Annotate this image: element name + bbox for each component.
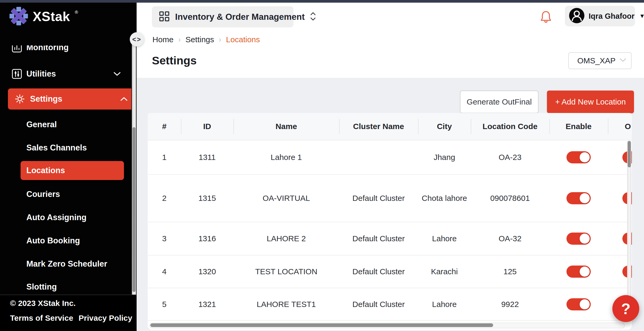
sidebar-item-couriers[interactable]: Couriers (26, 187, 60, 202)
column-header-clipped[interactable]: O (608, 113, 632, 140)
enable-toggle-on[interactable] (566, 151, 591, 163)
chevron-down-icon (619, 58, 626, 63)
cell-num: 3 (148, 222, 181, 255)
cell-num: 4 (148, 256, 181, 288)
cell-city: Lahore (418, 288, 471, 320)
app-switcher-label: Inventory & Order Management (175, 12, 305, 22)
sidebar-item-label: Monitoring (26, 45, 69, 52)
table-vertical-scrollbar-thumb[interactable] (628, 141, 631, 167)
table-row[interactable]: 2 1315 OA-VIRTUAL Default Cluster Chota … (148, 175, 632, 222)
cell-city: Lahore (418, 222, 471, 255)
app-window: XStak ® Monitoring Uti (0, 0, 644, 331)
sidebar: XStak ® Monitoring Uti (0, 3, 137, 331)
breadcrumb-home[interactable]: Home (152, 35, 174, 44)
column-header-num[interactable]: # (148, 113, 181, 140)
sidebar-item-monitoring[interactable]: Monitoring (0, 45, 131, 55)
caret-down-icon: ▼ (639, 13, 644, 20)
top-header-bar: Inventory & Order Management (137, 3, 644, 31)
sidebar-item-sales-channels[interactable]: Sales Channels (26, 140, 87, 155)
table-row[interactable]: 1 1311 Lahore 1 Jhang OA-23 (148, 140, 632, 175)
brand-registered-mark: ® (75, 10, 78, 15)
utilities-icon (12, 69, 22, 79)
cell-location-code: 9922 (471, 288, 549, 320)
avatar (569, 8, 584, 24)
cell-num: 1 (148, 140, 181, 174)
cell-num: 5 (148, 288, 181, 320)
table-row[interactable]: 5 1321 LAHORE TEST1 Default Cluster Laho… (148, 288, 632, 321)
user-menu[interactable]: Iqra Ghafoor ▼ (565, 6, 635, 26)
cell-cluster: Default Cluster (339, 256, 418, 288)
enable-toggle-on[interactable] (566, 266, 591, 278)
sidebar-item-label: Settings (30, 94, 62, 104)
cell-cluster (339, 140, 418, 174)
cell-city: Karachi (418, 256, 471, 288)
sidebar-item-auto-assigning[interactable]: Auto Assigning (26, 210, 86, 225)
sidebar-item-locations-active[interactable]: Locations (21, 161, 124, 180)
cell-name: OA-VIRTUAL (233, 175, 339, 222)
cell-id: 1316 (181, 222, 233, 255)
cell-enable (549, 175, 608, 222)
privacy-policy-link[interactable]: Privacy Policy (79, 314, 132, 323)
column-header-cluster[interactable]: Cluster Name (339, 113, 418, 140)
monitoring-icon (12, 45, 22, 53)
enable-toggle-on[interactable] (566, 233, 591, 245)
gear-icon (15, 94, 25, 104)
environment-select-value: OMS_XAP (577, 56, 616, 65)
bell-icon (540, 10, 552, 25)
breadcrumb-locations-current: Locations (226, 35, 260, 44)
generate-outfinal-button[interactable]: Generate OutFinal (460, 91, 539, 113)
cell-location-code: 090078601 (471, 175, 549, 222)
sidebar-item-auto-booking[interactable]: Auto Booking (26, 233, 80, 248)
cell-enable (549, 222, 608, 255)
copyright-text: © 2023 XStak Inc. (10, 299, 76, 308)
column-header-city[interactable]: City (418, 113, 471, 140)
cell-name: LAHORE TEST1 (233, 288, 339, 320)
table-row[interactable]: 4 1320 TEST LOCATION Default Cluster Kar… (148, 256, 632, 288)
app-switcher[interactable]: Inventory & Order Management (152, 6, 294, 27)
user-name: Iqra Ghafoor (589, 12, 635, 21)
sidebar-item-slotting[interactable]: Slotting (26, 280, 57, 292)
cell-enable (549, 256, 608, 288)
xstak-pinwheel-icon (9, 6, 28, 27)
sidebar-collapse-button[interactable]: <> (130, 32, 144, 46)
enable-toggle-on[interactable] (566, 298, 591, 310)
cell-name: LAHORE 2 (233, 222, 339, 255)
terms-of-service-link[interactable]: Terms of Service (10, 314, 73, 323)
cell-enable (549, 140, 608, 174)
page-title-row: Settings OMS_XAP (137, 49, 644, 78)
table-row[interactable]: 3 1316 LAHORE 2 Default Cluster Lahore O… (148, 222, 632, 256)
column-header-name[interactable]: Name (233, 113, 339, 140)
breadcrumb-separator-icon: › (178, 35, 181, 44)
breadcrumb: Home › Settings › Locations (137, 30, 644, 49)
cell-city: Chota lahore (418, 175, 471, 222)
column-header-enable[interactable]: Enable (549, 113, 608, 140)
sidebar-item-general[interactable]: General (26, 117, 57, 132)
sidebar-scrollbar-thumb[interactable] (132, 127, 136, 292)
brand-logo[interactable]: XStak ® (9, 6, 78, 27)
table-horizontal-scrollbar-track[interactable] (149, 323, 625, 328)
column-header-id[interactable]: ID (181, 113, 233, 140)
enable-toggle-on[interactable] (566, 192, 591, 204)
cell-cluster: Default Cluster (339, 288, 418, 320)
table-header-row: # ID Name Cluster Name City Location Cod… (148, 113, 632, 140)
help-fab-button[interactable]: ? (612, 295, 639, 322)
sidebar-item-mark-zero-scheduler[interactable]: Mark Zero Scheduler (26, 257, 107, 271)
table-vertical-scrollbar-track[interactable] (627, 140, 631, 320)
sidebar-item-settings-active[interactable]: Settings (8, 88, 131, 110)
breadcrumb-separator-icon: › (219, 35, 221, 44)
sidebar-scrollbar-track[interactable] (132, 40, 136, 300)
add-new-location-button[interactable]: + Add New Location (547, 91, 634, 113)
cell-name: TEST LOCATION (233, 256, 339, 288)
collapse-sidebar-icon: <> (132, 36, 141, 43)
environment-select[interactable]: OMS_XAP (568, 52, 632, 69)
grid-icon (159, 11, 170, 23)
sidebar-footer: © 2023 XStak Inc. Terms of Service Priva… (0, 295, 137, 331)
sidebar-item-utilities[interactable]: Utilities (0, 67, 131, 81)
table-horizontal-scrollbar-thumb[interactable] (150, 323, 493, 327)
breadcrumb-settings[interactable]: Settings (185, 35, 214, 44)
cell-location-code: 125 (471, 256, 549, 288)
notifications-bell-button[interactable] (540, 10, 552, 25)
sidebar-item-label: Utilities (26, 69, 56, 79)
column-header-location-code[interactable]: Location Code (471, 113, 549, 140)
main-content: Inventory & Order Management (137, 3, 644, 331)
